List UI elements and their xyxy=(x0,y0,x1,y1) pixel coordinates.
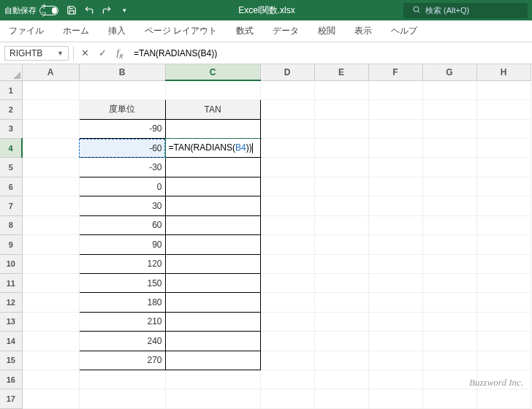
cell[interactable] xyxy=(22,235,79,254)
cell[interactable] xyxy=(22,312,79,331)
col-header-A[interactable]: A xyxy=(22,64,79,80)
cell[interactable] xyxy=(260,273,314,292)
cell[interactable] xyxy=(260,196,314,215)
row-header[interactable]: 11 xyxy=(0,273,22,292)
cell[interactable] xyxy=(314,351,368,370)
redo-icon[interactable] xyxy=(101,4,113,16)
cell[interactable] xyxy=(368,389,422,409)
cell[interactable] xyxy=(368,80,422,99)
cell[interactable] xyxy=(476,332,531,351)
cell[interactable] xyxy=(422,235,476,254)
cell[interactable] xyxy=(22,215,79,234)
fx-icon[interactable]: fx xyxy=(113,47,126,60)
cell[interactable] xyxy=(368,254,422,273)
tab-data[interactable]: データ xyxy=(271,20,300,42)
cell[interactable] xyxy=(22,389,79,409)
cell[interactable] xyxy=(368,293,422,312)
cell[interactable] xyxy=(22,196,79,215)
tab-formulas[interactable]: 数式 xyxy=(235,20,255,42)
row-header[interactable]: 9 xyxy=(0,235,22,254)
cell[interactable] xyxy=(165,254,260,273)
cell[interactable] xyxy=(79,370,165,389)
cell[interactable] xyxy=(314,100,368,119)
cell[interactable]: 210 xyxy=(79,312,165,331)
cancel-formula-icon[interactable]: ✕ xyxy=(78,47,91,58)
cell[interactable]: 150 xyxy=(79,273,165,292)
cell[interactable]: 240 xyxy=(79,332,165,351)
cell[interactable] xyxy=(368,332,422,351)
cell[interactable] xyxy=(79,389,165,409)
col-header-F[interactable]: F xyxy=(368,64,422,80)
row-header[interactable]: 4 xyxy=(0,139,22,158)
cell[interactable] xyxy=(165,196,260,215)
search-box[interactable]: 検索 (Alt+Q) xyxy=(403,3,528,18)
cell[interactable] xyxy=(476,273,531,292)
name-box[interactable]: RIGHTB ▼ xyxy=(4,46,69,61)
cell[interactable]: 180 xyxy=(79,293,165,312)
cell[interactable]: 0 xyxy=(79,177,165,196)
cell[interactable]: 30 xyxy=(79,196,165,215)
cell[interactable] xyxy=(476,177,531,196)
cell[interactable] xyxy=(260,293,314,312)
cell[interactable] xyxy=(165,119,260,138)
row-header[interactable]: 15 xyxy=(0,351,22,370)
cell[interactable]: 90 xyxy=(79,235,165,254)
cell[interactable] xyxy=(422,177,476,196)
cell[interactable] xyxy=(260,177,314,196)
cell[interactable] xyxy=(22,139,79,158)
accept-formula-icon[interactable]: ✓ xyxy=(96,47,109,58)
cell[interactable] xyxy=(314,158,368,177)
cell[interactable] xyxy=(165,351,260,370)
cell[interactable] xyxy=(165,273,260,292)
cell[interactable] xyxy=(260,332,314,351)
cell[interactable]: 120 xyxy=(79,254,165,273)
cell-C4-editing[interactable]: =TAN(RADIANS(B4)) xyxy=(165,139,260,158)
cell[interactable] xyxy=(260,100,314,119)
cell[interactable] xyxy=(22,293,79,312)
qat-dropdown-icon[interactable]: ▾ xyxy=(118,4,130,16)
cell[interactable] xyxy=(476,254,531,273)
cell[interactable] xyxy=(368,215,422,234)
cell[interactable] xyxy=(476,215,531,234)
cell[interactable]: 度単位 xyxy=(79,100,165,119)
cell[interactable] xyxy=(260,370,314,389)
cell[interactable] xyxy=(260,389,314,409)
cell[interactable] xyxy=(422,312,476,331)
cell[interactable] xyxy=(165,235,260,254)
cell[interactable] xyxy=(422,351,476,370)
tab-insert[interactable]: 挿入 xyxy=(107,20,127,42)
row-header[interactable]: 5 xyxy=(0,158,22,177)
cell[interactable] xyxy=(368,273,422,292)
cell[interactable]: -30 xyxy=(79,158,165,177)
row-header[interactable]: 8 xyxy=(0,215,22,234)
cell[interactable] xyxy=(314,80,368,99)
cell[interactable] xyxy=(368,100,422,119)
tab-help[interactable]: ヘルプ xyxy=(390,20,419,42)
cell[interactable] xyxy=(422,100,476,119)
cell[interactable] xyxy=(260,119,314,138)
cell[interactable] xyxy=(22,273,79,292)
cell[interactable] xyxy=(22,119,79,138)
cell[interactable] xyxy=(260,254,314,273)
row-header[interactable]: 3 xyxy=(0,119,22,138)
cell[interactable] xyxy=(314,389,368,409)
cell[interactable] xyxy=(314,332,368,351)
cell[interactable] xyxy=(476,158,531,177)
cell[interactable]: -90 xyxy=(79,119,165,138)
cell[interactable] xyxy=(368,196,422,215)
undo-icon[interactable] xyxy=(83,4,95,16)
cell[interactable] xyxy=(314,177,368,196)
col-header-D[interactable]: D xyxy=(260,64,314,80)
cell[interactable] xyxy=(314,254,368,273)
tab-file[interactable]: ファイル xyxy=(7,20,45,42)
cell[interactable] xyxy=(476,312,531,331)
cell[interactable] xyxy=(314,215,368,234)
formula-input[interactable] xyxy=(131,47,528,60)
cell-B4-referenced[interactable]: -60 xyxy=(79,139,165,158)
cell[interactable] xyxy=(422,119,476,138)
cell[interactable] xyxy=(368,139,422,158)
cell[interactable] xyxy=(368,351,422,370)
row-header[interactable]: 6 xyxy=(0,177,22,196)
spreadsheet-grid[interactable]: A B C D E F G H 1 2度単位TAN 3-90 4 -60 =TA… xyxy=(0,64,532,409)
col-header-H[interactable]: H xyxy=(476,64,531,80)
